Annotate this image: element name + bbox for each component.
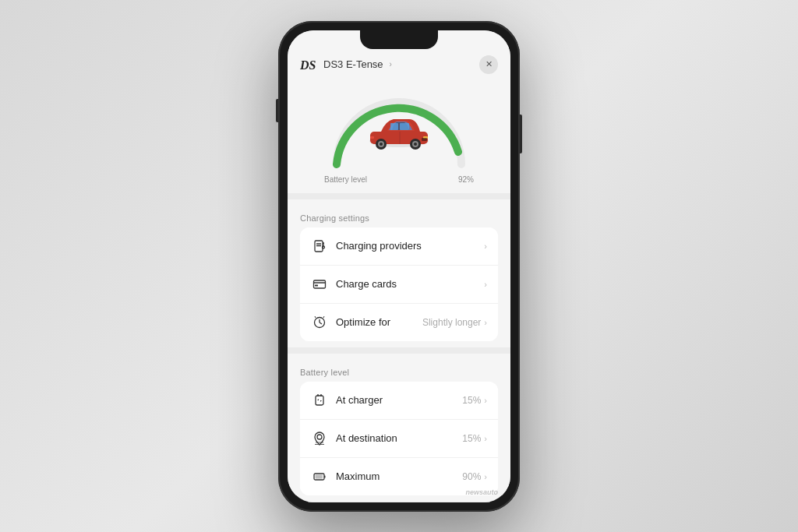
- maximum-value: 90%: [462, 471, 481, 482]
- header-chevron-icon: ›: [390, 60, 392, 69]
- svg-line-28: [320, 322, 322, 324]
- charging-station-icon: [311, 238, 328, 255]
- battery-level-card: At charger 15% ›: [300, 382, 498, 495]
- charge-cards-item[interactable]: Charge cards ›: [300, 266, 498, 304]
- charging-providers-item[interactable]: Charging providers ›: [300, 227, 498, 266]
- clock-icon: [311, 314, 328, 331]
- svg-point-32: [317, 435, 322, 439]
- optimize-for-item[interactable]: Optimize for Slightly longer ›: [300, 304, 498, 341]
- svg-point-15: [414, 143, 417, 146]
- svg-rect-38: [316, 474, 323, 478]
- svg-rect-23: [314, 280, 326, 288]
- at-destination-label: At destination: [336, 432, 462, 444]
- gauge-container: [321, 86, 477, 172]
- charger-icon: [311, 392, 328, 409]
- at-destination-value: 15%: [462, 433, 481, 444]
- svg-rect-4: [400, 123, 409, 130]
- svg-text:DS: DS: [300, 58, 316, 71]
- vehicle-name: DS3 E-Tense: [323, 58, 383, 70]
- charge-cards-chevron-icon: ›: [484, 280, 487, 289]
- battery-icon: [311, 468, 328, 485]
- optimize-for-label: Optimize for: [336, 316, 422, 328]
- svg-rect-3: [390, 123, 398, 130]
- notch: [360, 30, 438, 49]
- charging-settings-card: Charging providers › Charge cards: [300, 227, 498, 341]
- charging-providers-chevron-icon: ›: [484, 241, 487, 251]
- close-icon: ✕: [486, 59, 493, 69]
- at-charger-value: 15%: [462, 395, 481, 406]
- svg-point-22: [323, 246, 325, 248]
- svg-rect-16: [422, 138, 427, 141]
- close-button[interactable]: ✕: [479, 55, 498, 74]
- charging-providers-label: Charging providers: [336, 240, 484, 252]
- section-divider-3: [288, 502, 510, 502]
- screen-content: DS DS3 E-Tense › ✕: [288, 30, 510, 502]
- section-divider-1: [288, 193, 510, 199]
- svg-rect-25: [315, 284, 318, 286]
- svg-rect-36: [324, 475, 326, 477]
- battery-level-label: Battery level: [324, 175, 367, 184]
- at-charger-chevron-icon: ›: [484, 396, 487, 405]
- battery-level-section-title: Battery level: [300, 360, 498, 382]
- svg-rect-9: [370, 136, 374, 139]
- phone-frame: DS DS3 E-Tense › ✕: [278, 21, 520, 512]
- battery-percent-value: 92%: [458, 175, 474, 184]
- watermark: newsauto: [465, 488, 498, 496]
- svg-rect-29: [316, 396, 323, 405]
- at-charger-label: At charger: [336, 394, 462, 406]
- charge-cards-label: Charge cards: [336, 278, 484, 290]
- car-illustration: [364, 108, 434, 151]
- charging-settings-title: Charging settings: [300, 206, 498, 227]
- optimize-for-chevron-icon: ›: [484, 318, 487, 327]
- maximum-chevron-icon: ›: [484, 472, 487, 481]
- svg-point-12: [380, 143, 383, 146]
- phone-screen: DS DS3 E-Tense › ✕: [288, 30, 510, 502]
- at-charger-item[interactable]: At charger 15% ›: [300, 382, 498, 420]
- battery-section: Battery level 92%: [288, 80, 510, 187]
- ds-logo-icon: DS: [300, 58, 317, 71]
- optimize-for-value: Slightly longer: [422, 317, 481, 328]
- at-destination-item[interactable]: At destination 15% ›: [300, 420, 498, 458]
- battery-labels: Battery level 92%: [321, 172, 477, 184]
- destination-icon: [311, 430, 328, 447]
- car-image: [364, 108, 434, 151]
- card-icon: [311, 276, 328, 293]
- maximum-label: Maximum: [336, 470, 462, 482]
- charging-settings-section: Charging settings: [288, 206, 510, 341]
- at-destination-chevron-icon: ›: [484, 434, 487, 443]
- battery-level-section: Battery level At charger: [288, 360, 510, 495]
- header-left: DS DS3 E-Tense ›: [300, 58, 392, 71]
- section-divider-2: [288, 347, 510, 354]
